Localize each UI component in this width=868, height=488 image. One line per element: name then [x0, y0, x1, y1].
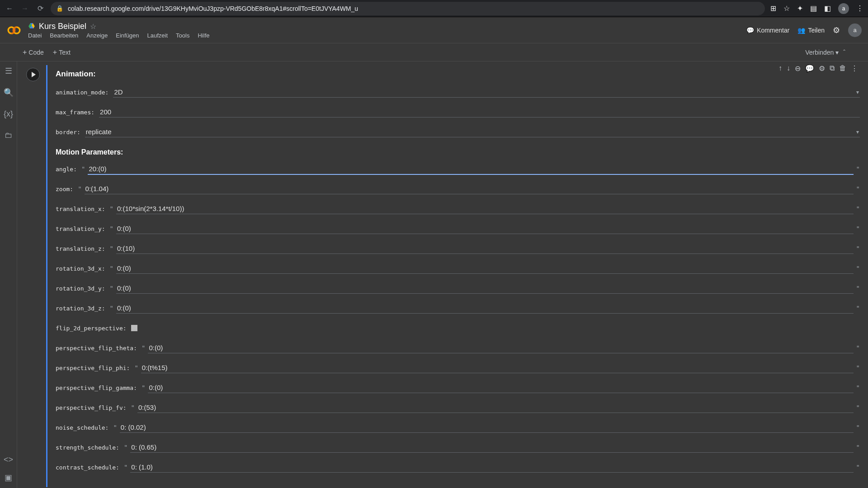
input-rotation-3d-z[interactable] — [116, 303, 854, 314]
files-icon[interactable]: 🗀 — [5, 131, 13, 140]
label-max-frames: max_frames — [56, 109, 94, 116]
label-angle: angle — [56, 166, 77, 173]
checkbox-flip-2d-perspective[interactable] — [131, 325, 137, 331]
menu-anzeige[interactable]: Anzeige — [86, 32, 108, 39]
notebook-toolbar: +Code +Text Verbinden▾ ˆ — [0, 43, 868, 61]
chevron-down-icon: ▾ — [856, 89, 859, 95]
url-text: colab.research.google.com/drive/13G9KHyM… — [68, 5, 358, 12]
move-up-icon[interactable]: ↑ — [778, 64, 782, 73]
cell-toolbar: ↑ ↓ ⊖ 💬 ⚙ ⧉ 🗑 ⋮ — [778, 64, 858, 73]
user-avatar[interactable]: a — [848, 23, 862, 37]
extensions-icon[interactable]: ✦ — [797, 4, 803, 13]
label-translation-y: translation_y — [56, 225, 105, 232]
chevron-down-icon: ▾ — [856, 129, 859, 135]
variables-icon[interactable]: {x} — [4, 109, 13, 119]
label-noise-schedule: noise_schedule — [56, 424, 108, 431]
select-animation-mode[interactable]: 2D ▾ — [113, 87, 860, 98]
browser-toolbar: ← → ⟳ 🔒 colab.research.google.com/drive/… — [0, 0, 868, 17]
label-perspective-flip-theta: perspective_flip_theta — [56, 345, 137, 352]
section-motion: Motion Parameters: — [56, 148, 860, 156]
colab-header: Kurs Beispiel ☆ Datei Bearbeiten Anzeige… — [0, 17, 868, 43]
chevron-down-icon: ▾ — [835, 49, 839, 56]
colab-logo[interactable] — [6, 23, 22, 38]
address-bar[interactable]: 🔒 colab.research.google.com/drive/13G9KH… — [51, 2, 765, 15]
input-translation-z[interactable] — [116, 243, 854, 254]
input-translation-x[interactable] — [116, 203, 854, 214]
form-cell: ↑ ↓ ⊖ 💬 ⚙ ⧉ 🗑 ⋮ Animation: animation_mod… — [25, 65, 860, 487]
label-rotation-3d-z: rotation_3d_z — [56, 305, 105, 312]
label-flip-2d-perspective: flip_2d_perspective — [56, 325, 127, 332]
input-perspective-flip-gamma[interactable] — [148, 382, 853, 393]
side-panel-icon[interactable]: ◧ — [824, 4, 831, 13]
cell-settings-icon[interactable]: ⚙ — [819, 64, 825, 73]
drive-icon — [28, 23, 35, 30]
input-strength-schedule[interactable] — [130, 442, 853, 453]
menu-datei[interactable]: Datei — [28, 32, 42, 39]
left-sidebar: ☰ 🔍 {x} 🗀 <> ▣ — [0, 61, 17, 488]
add-code-button[interactable]: +Code — [23, 48, 44, 56]
collapse-icon[interactable]: ˆ — [843, 49, 845, 56]
kommentar-button[interactable]: 💬Kommentar — [746, 27, 789, 34]
label-strength-schedule: strength_schedule — [56, 444, 119, 451]
connect-button[interactable]: Verbinden▾ — [805, 49, 839, 56]
reload-button[interactable]: ⟳ — [35, 4, 45, 14]
menu-bar: Datei Bearbeiten Anzeige Einfügen Laufze… — [28, 32, 746, 39]
label-zoom: zoom — [56, 186, 73, 192]
comment-icon: 💬 — [746, 27, 754, 34]
menu-tools[interactable]: Tools — [176, 32, 189, 39]
add-text-button[interactable]: +Text — [53, 48, 71, 56]
input-max-frames[interactable] — [99, 107, 860, 117]
menu-hilfe[interactable]: Hilfe — [198, 32, 209, 39]
share-icon: 👥 — [797, 27, 805, 34]
section-animation: Animation: — [56, 70, 860, 79]
mirror-icon[interactable]: ⧉ — [830, 64, 835, 73]
notebook-main: ↑ ↓ ⊖ 💬 ⚙ ⧉ 🗑 ⋮ Animation: animation_mod… — [17, 61, 868, 488]
label-perspective-flip-fv: perspective_flip_fv — [56, 404, 127, 411]
code-snippets-icon[interactable]: <> — [4, 455, 13, 465]
teilen-button[interactable]: 👥Teilen — [797, 27, 825, 34]
input-contrast-schedule[interactable] — [130, 462, 853, 473]
label-rotation-3d-y: rotation_3d_y — [56, 285, 105, 292]
input-noise-schedule[interactable] — [120, 422, 854, 433]
input-perspective-flip-fv[interactable] — [137, 402, 854, 413]
label-animation-mode: animation_mode — [56, 89, 108, 96]
input-angle[interactable] — [88, 164, 853, 175]
input-perspective-flip-theta[interactable] — [148, 343, 853, 353]
cell-menu-icon[interactable]: ⋮ — [851, 64, 858, 73]
label-perspective-flip-phi: perspective_flip_phi — [56, 365, 130, 371]
input-perspective-flip-phi[interactable] — [141, 362, 854, 373]
lock-icon: 🔒 — [56, 5, 63, 12]
label-contrast-schedule: contrast_schedule — [56, 464, 119, 471]
toc-icon[interactable]: ☰ — [5, 66, 12, 76]
document-title[interactable]: Kurs Beispiel — [39, 22, 86, 31]
delete-cell-icon[interactable]: 🗑 — [839, 64, 846, 73]
star-icon[interactable]: ☆ — [783, 4, 790, 13]
run-cell-button[interactable] — [26, 68, 40, 81]
star-button[interactable]: ☆ — [90, 22, 96, 31]
settings-icon[interactable]: ⚙ — [833, 25, 840, 35]
input-translation-y[interactable] — [116, 223, 854, 234]
menu-einfuegen[interactable]: Einfügen — [116, 32, 139, 39]
search-icon[interactable]: 🔍 — [4, 88, 14, 98]
label-translation-x: translation_x — [56, 206, 105, 212]
move-down-icon[interactable]: ↓ — [787, 64, 790, 73]
forward-button[interactable]: → — [20, 4, 30, 14]
browser-avatar[interactable]: a — [838, 3, 849, 14]
menu-bearbeiten[interactable]: Bearbeiten — [50, 32, 78, 39]
menu-laufzeit[interactable]: Laufzeit — [147, 32, 168, 39]
back-button[interactable]: ← — [5, 4, 14, 14]
label-translation-z: translation_z — [56, 245, 105, 252]
label-border: border — [56, 129, 80, 136]
link-icon[interactable]: ⊖ — [795, 64, 801, 73]
reading-list-icon[interactable]: ▤ — [810, 4, 817, 13]
comment-cell-icon[interactable]: 💬 — [805, 64, 814, 73]
browser-menu-icon[interactable]: ⋮ — [856, 4, 863, 13]
input-rotation-3d-x[interactable] — [116, 263, 854, 274]
input-zoom[interactable] — [85, 183, 854, 194]
select-border[interactable]: replicate ▾ — [85, 127, 860, 137]
label-perspective-flip-gamma: perspective_flip_gamma — [56, 385, 137, 391]
input-rotation-3d-y[interactable] — [116, 283, 854, 294]
label-rotation-3d-x: rotation_3d_x — [56, 265, 105, 272]
install-icon[interactable]: ⊞ — [770, 4, 776, 13]
terminal-icon[interactable]: ▣ — [5, 473, 12, 483]
